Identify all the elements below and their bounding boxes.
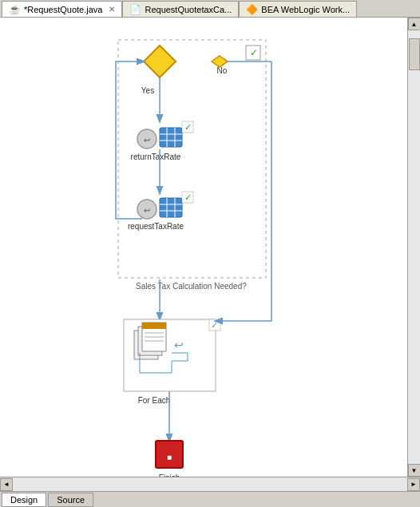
tab-design[interactable]: Design: [2, 493, 46, 507]
svg-text:requestTaxRate: requestTaxRate: [128, 222, 184, 231]
svg-text:↩: ↩: [144, 206, 150, 215]
svg-text:↩: ↩: [144, 136, 150, 145]
svg-text:✓: ✓: [211, 320, 218, 330]
tab-source[interactable]: Source: [48, 493, 93, 507]
scroll-down-button[interactable]: ▼: [408, 464, 421, 477]
svg-text:■: ■: [167, 453, 172, 461]
scroll-left-button[interactable]: ◄: [0, 478, 13, 491]
svg-text:returnTaxRate: returnTaxRate: [131, 152, 181, 161]
finish-node[interactable]: ■ Finish: [156, 441, 183, 477]
tab-request-quote-tax[interactable]: 📄 RequestQuotetaxCa...: [122, 1, 239, 17]
java-icon: ☕: [9, 4, 21, 15]
svg-rect-32: [142, 323, 166, 329]
scroll-right-button[interactable]: ►: [407, 478, 420, 491]
tab-label-1: *RequestQuote.java: [24, 5, 102, 14]
tab-close-1[interactable]: ✕: [109, 5, 115, 14]
svg-marker-0: [144, 46, 176, 77]
svg-text:✓: ✓: [184, 122, 192, 132]
source-tab-label: Source: [57, 495, 85, 505]
request-tax-rate-node[interactable]: ↩ ✓ requestTaxRate: [128, 192, 193, 231]
canvas-area[interactable]: ✓ Yes No ↩ ✓ returnTax: [0, 18, 407, 477]
main-area: ✓ Yes No ↩ ✓ returnTax: [0, 18, 420, 477]
svg-text:✓: ✓: [184, 192, 192, 202]
tab-label-3: BEA WebLogic Work...: [261, 5, 350, 14]
for-each-node[interactable]: ↩ ✓ For Each: [124, 319, 220, 405]
right-scrollbar: ▲ ▼: [407, 18, 420, 477]
svg-text:↩: ↩: [174, 339, 184, 351]
scroll-track[interactable]: [408, 30, 421, 464]
design-tab-label: Design: [10, 495, 38, 505]
yes-label: Yes: [141, 86, 154, 95]
return-tax-rate-node[interactable]: ↩ ✓ returnTaxRate: [131, 121, 193, 161]
diagram-svg: ✓ Yes No ↩ ✓ returnTax: [0, 18, 391, 477]
svg-rect-7: [160, 128, 182, 147]
bottom-scrollbar-area: ◄ ►: [0, 477, 420, 491]
svg-text:Finish: Finish: [159, 473, 180, 477]
doc-icon: 📄: [129, 4, 141, 15]
tab-bea-weblogic[interactable]: 🔶 BEA WebLogic Work...: [239, 1, 357, 17]
decision-label: Sales Tax Calculation Needed?: [136, 282, 247, 291]
no-label: No: [217, 66, 228, 75]
scroll-thumb[interactable]: [409, 38, 420, 70]
bottom-tab-bar: Design Source: [0, 491, 420, 507]
scroll-up-button[interactable]: ▲: [408, 18, 421, 30]
tab-label-2: RequestQuotetaxCa...: [145, 5, 232, 14]
svg-rect-18: [160, 198, 182, 217]
svg-text:✓: ✓: [250, 47, 258, 58]
tab-request-quote[interactable]: ☕ *RequestQuote.java ✕: [2, 1, 122, 17]
tab-bar: ☕ *RequestQuote.java ✕ 📄 RequestQuotetax…: [0, 0, 420, 18]
bea-icon: 🔶: [246, 4, 258, 15]
svg-text:For Each: For Each: [138, 396, 171, 405]
h-scroll-track[interactable]: [13, 477, 407, 491]
svg-marker-1: [212, 56, 228, 67]
